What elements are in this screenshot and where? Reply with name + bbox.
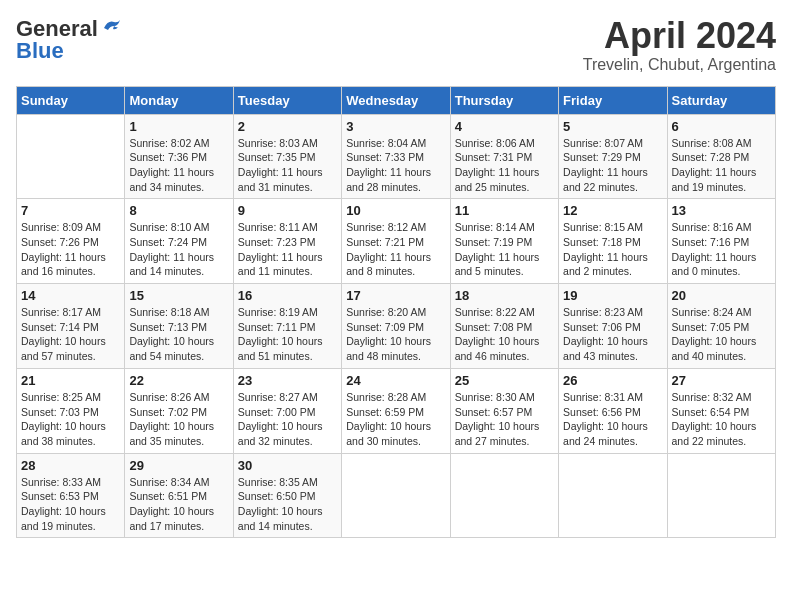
day-info: Sunrise: 8:04 AMSunset: 7:33 PMDaylight:… <box>346 137 431 193</box>
day-number: 14 <box>21 288 120 303</box>
calendar-week-row: 28Sunrise: 8:33 AMSunset: 6:53 PMDayligh… <box>17 453 776 538</box>
calendar-cell: 5Sunrise: 8:07 AMSunset: 7:29 PMDaylight… <box>559 114 667 199</box>
calendar-cell <box>450 453 558 538</box>
day-number: 20 <box>672 288 771 303</box>
day-number: 3 <box>346 119 445 134</box>
calendar-table: SundayMondayTuesdayWednesdayThursdayFrid… <box>16 86 776 539</box>
calendar-week-row: 1Sunrise: 8:02 AMSunset: 7:36 PMDaylight… <box>17 114 776 199</box>
day-info: Sunrise: 8:27 AMSunset: 7:00 PMDaylight:… <box>238 391 323 447</box>
calendar-week-row: 14Sunrise: 8:17 AMSunset: 7:14 PMDayligh… <box>17 284 776 369</box>
day-info: Sunrise: 8:22 AMSunset: 7:08 PMDaylight:… <box>455 306 540 362</box>
day-info: Sunrise: 8:32 AMSunset: 6:54 PMDaylight:… <box>672 391 757 447</box>
calendar-cell: 30Sunrise: 8:35 AMSunset: 6:50 PMDayligh… <box>233 453 341 538</box>
day-number: 18 <box>455 288 554 303</box>
calendar-cell: 1Sunrise: 8:02 AMSunset: 7:36 PMDaylight… <box>125 114 233 199</box>
calendar-day-header: Tuesday <box>233 86 341 114</box>
day-info: Sunrise: 8:25 AMSunset: 7:03 PMDaylight:… <box>21 391 106 447</box>
calendar-cell: 13Sunrise: 8:16 AMSunset: 7:16 PMDayligh… <box>667 199 775 284</box>
calendar-cell <box>342 453 450 538</box>
day-info: Sunrise: 8:14 AMSunset: 7:19 PMDaylight:… <box>455 221 540 277</box>
calendar-cell: 8Sunrise: 8:10 AMSunset: 7:24 PMDaylight… <box>125 199 233 284</box>
day-number: 22 <box>129 373 228 388</box>
day-info: Sunrise: 8:35 AMSunset: 6:50 PMDaylight:… <box>238 476 323 532</box>
day-number: 5 <box>563 119 662 134</box>
calendar-day-header: Sunday <box>17 86 125 114</box>
page-subtitle: Trevelin, Chubut, Argentina <box>583 56 776 74</box>
calendar-cell: 17Sunrise: 8:20 AMSunset: 7:09 PMDayligh… <box>342 284 450 369</box>
day-number: 9 <box>238 203 337 218</box>
page-header: General Blue April 2024 Trevelin, Chubut… <box>16 16 776 74</box>
day-number: 29 <box>129 458 228 473</box>
day-number: 25 <box>455 373 554 388</box>
calendar-day-header: Monday <box>125 86 233 114</box>
page-title: April 2024 <box>583 16 776 56</box>
day-info: Sunrise: 8:26 AMSunset: 7:02 PMDaylight:… <box>129 391 214 447</box>
logo-bird-icon <box>100 18 122 36</box>
day-info: Sunrise: 8:11 AMSunset: 7:23 PMDaylight:… <box>238 221 323 277</box>
calendar-cell: 23Sunrise: 8:27 AMSunset: 7:00 PMDayligh… <box>233 368 341 453</box>
day-info: Sunrise: 8:30 AMSunset: 6:57 PMDaylight:… <box>455 391 540 447</box>
calendar-header-row: SundayMondayTuesdayWednesdayThursdayFrid… <box>17 86 776 114</box>
calendar-day-header: Friday <box>559 86 667 114</box>
calendar-week-row: 21Sunrise: 8:25 AMSunset: 7:03 PMDayligh… <box>17 368 776 453</box>
title-block: April 2024 Trevelin, Chubut, Argentina <box>583 16 776 74</box>
calendar-cell: 24Sunrise: 8:28 AMSunset: 6:59 PMDayligh… <box>342 368 450 453</box>
calendar-cell: 14Sunrise: 8:17 AMSunset: 7:14 PMDayligh… <box>17 284 125 369</box>
calendar-cell: 26Sunrise: 8:31 AMSunset: 6:56 PMDayligh… <box>559 368 667 453</box>
calendar-cell: 10Sunrise: 8:12 AMSunset: 7:21 PMDayligh… <box>342 199 450 284</box>
calendar-day-header: Wednesday <box>342 86 450 114</box>
logo: General Blue <box>16 16 122 64</box>
day-number: 17 <box>346 288 445 303</box>
calendar-day-header: Thursday <box>450 86 558 114</box>
day-info: Sunrise: 8:03 AMSunset: 7:35 PMDaylight:… <box>238 137 323 193</box>
logo-blue-text: Blue <box>16 38 64 64</box>
day-info: Sunrise: 8:17 AMSunset: 7:14 PMDaylight:… <box>21 306 106 362</box>
day-info: Sunrise: 8:31 AMSunset: 6:56 PMDaylight:… <box>563 391 648 447</box>
calendar-cell: 11Sunrise: 8:14 AMSunset: 7:19 PMDayligh… <box>450 199 558 284</box>
calendar-cell <box>667 453 775 538</box>
day-info: Sunrise: 8:08 AMSunset: 7:28 PMDaylight:… <box>672 137 757 193</box>
day-info: Sunrise: 8:28 AMSunset: 6:59 PMDaylight:… <box>346 391 431 447</box>
calendar-cell: 6Sunrise: 8:08 AMSunset: 7:28 PMDaylight… <box>667 114 775 199</box>
calendar-cell: 21Sunrise: 8:25 AMSunset: 7:03 PMDayligh… <box>17 368 125 453</box>
day-number: 28 <box>21 458 120 473</box>
calendar-cell: 22Sunrise: 8:26 AMSunset: 7:02 PMDayligh… <box>125 368 233 453</box>
day-number: 30 <box>238 458 337 473</box>
day-number: 1 <box>129 119 228 134</box>
day-info: Sunrise: 8:12 AMSunset: 7:21 PMDaylight:… <box>346 221 431 277</box>
day-info: Sunrise: 8:18 AMSunset: 7:13 PMDaylight:… <box>129 306 214 362</box>
day-info: Sunrise: 8:09 AMSunset: 7:26 PMDaylight:… <box>21 221 106 277</box>
calendar-cell: 28Sunrise: 8:33 AMSunset: 6:53 PMDayligh… <box>17 453 125 538</box>
calendar-week-row: 7Sunrise: 8:09 AMSunset: 7:26 PMDaylight… <box>17 199 776 284</box>
day-number: 26 <box>563 373 662 388</box>
day-info: Sunrise: 8:10 AMSunset: 7:24 PMDaylight:… <box>129 221 214 277</box>
day-info: Sunrise: 8:33 AMSunset: 6:53 PMDaylight:… <box>21 476 106 532</box>
calendar-day-header: Saturday <box>667 86 775 114</box>
day-number: 23 <box>238 373 337 388</box>
calendar-cell: 29Sunrise: 8:34 AMSunset: 6:51 PMDayligh… <box>125 453 233 538</box>
day-number: 8 <box>129 203 228 218</box>
day-info: Sunrise: 8:15 AMSunset: 7:18 PMDaylight:… <box>563 221 648 277</box>
day-info: Sunrise: 8:02 AMSunset: 7:36 PMDaylight:… <box>129 137 214 193</box>
day-info: Sunrise: 8:24 AMSunset: 7:05 PMDaylight:… <box>672 306 757 362</box>
day-info: Sunrise: 8:19 AMSunset: 7:11 PMDaylight:… <box>238 306 323 362</box>
day-number: 15 <box>129 288 228 303</box>
day-number: 27 <box>672 373 771 388</box>
day-number: 11 <box>455 203 554 218</box>
day-number: 13 <box>672 203 771 218</box>
day-number: 21 <box>21 373 120 388</box>
calendar-cell: 9Sunrise: 8:11 AMSunset: 7:23 PMDaylight… <box>233 199 341 284</box>
calendar-cell <box>17 114 125 199</box>
calendar-cell: 27Sunrise: 8:32 AMSunset: 6:54 PMDayligh… <box>667 368 775 453</box>
day-number: 16 <box>238 288 337 303</box>
day-number: 10 <box>346 203 445 218</box>
calendar-cell: 15Sunrise: 8:18 AMSunset: 7:13 PMDayligh… <box>125 284 233 369</box>
calendar-cell: 2Sunrise: 8:03 AMSunset: 7:35 PMDaylight… <box>233 114 341 199</box>
day-number: 19 <box>563 288 662 303</box>
day-number: 2 <box>238 119 337 134</box>
day-info: Sunrise: 8:34 AMSunset: 6:51 PMDaylight:… <box>129 476 214 532</box>
calendar-cell: 4Sunrise: 8:06 AMSunset: 7:31 PMDaylight… <box>450 114 558 199</box>
calendar-cell: 3Sunrise: 8:04 AMSunset: 7:33 PMDaylight… <box>342 114 450 199</box>
calendar-cell: 19Sunrise: 8:23 AMSunset: 7:06 PMDayligh… <box>559 284 667 369</box>
calendar-cell <box>559 453 667 538</box>
